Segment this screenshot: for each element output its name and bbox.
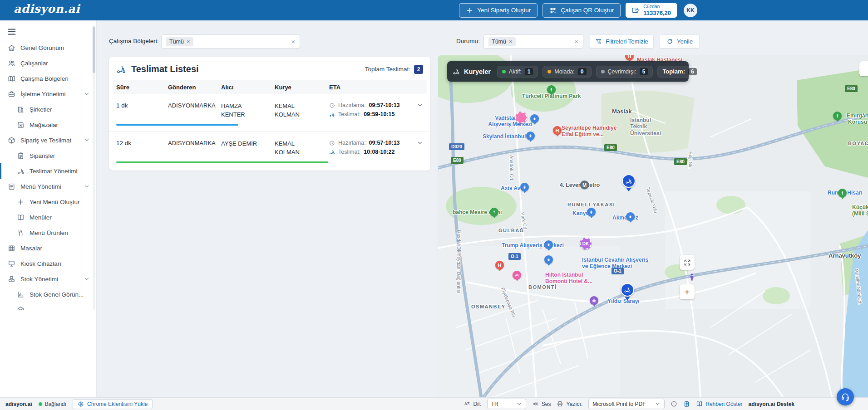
mall-pin-icon[interactable] xyxy=(520,183,529,191)
sidebar-item-menu-urunleri[interactable]: Menü Ürünleri xyxy=(0,225,96,240)
clock-icon xyxy=(329,102,335,108)
mall-pin-icon[interactable] xyxy=(530,114,539,123)
app-logo[interactable]: adisyon.ai xyxy=(14,2,80,15)
support-fab-button[interactable] xyxy=(837,388,854,405)
sidebar-item-partial[interactable] xyxy=(0,302,96,310)
delivery-row[interactable]: 12 dk ADISYONMARKA AYŞE DEMİR KEMAL KOLM… xyxy=(109,131,430,169)
park-pin-icon[interactable] xyxy=(490,208,498,216)
shopping-bag-icon xyxy=(589,210,594,215)
courier-location-pin[interactable] xyxy=(621,283,634,297)
sidebar-item-yeni-menu-olustur[interactable]: Yeni Menü Oluştur xyxy=(0,194,96,210)
filter-icon xyxy=(595,38,602,45)
show-guide-button[interactable]: Rehberi Göster xyxy=(696,400,742,407)
hospital-pin-icon[interactable]: H xyxy=(553,126,562,135)
hotel-pin-icon[interactable] xyxy=(513,271,521,279)
plus-icon xyxy=(17,198,25,206)
sound-toggle[interactable]: Ses xyxy=(532,400,551,407)
street-view-pegman-icon[interactable] xyxy=(687,272,696,282)
park-pin-icon[interactable] xyxy=(838,189,847,197)
sidebar-item-siparis-ve-teslimat[interactable]: Sipariş ve Teslimat xyxy=(0,132,96,148)
sidebar-item-stok-yonetimi[interactable]: Stok Yönetimi xyxy=(0,271,96,287)
map-label-poi: Skyland İstanbul xyxy=(483,133,526,140)
courier-stat-active[interactable]: Aktif: 1 xyxy=(497,66,538,78)
map-expand-button[interactable] xyxy=(680,255,695,270)
sidebar-item-stok-genel-gorunum[interactable]: Stok Genel Görün... xyxy=(0,287,96,302)
sidebar-item-calisanlar[interactable]: Çalışanlar xyxy=(0,55,96,71)
connection-status: Bağlandı xyxy=(39,401,66,407)
map-type-control[interactable] xyxy=(859,61,868,76)
printer-select[interactable]: Microsoft Print to PDF xyxy=(588,399,665,409)
user-avatar[interactable]: KK xyxy=(684,4,697,17)
courier-offline-marker[interactable] xyxy=(515,112,527,123)
map-canvas[interactable] xyxy=(438,55,868,397)
sidebar-item-siparisler[interactable]: Siparişler xyxy=(0,148,96,163)
courier-stat-offline[interactable]: Çevrimdışı: 5 xyxy=(596,66,653,78)
scooter-icon xyxy=(624,286,631,293)
chart-icon xyxy=(17,291,25,298)
sidebar-item-teslimat-yonetimi[interactable]: Teslimat Yönetimi xyxy=(0,163,96,179)
delivery-sender: ADISYONMARKA xyxy=(168,140,221,146)
delivery-row[interactable]: 1 dk ADISYONMARKA HAMZA KENTER KEMAL KOL… xyxy=(109,94,430,131)
chip-close-icon[interactable]: × xyxy=(509,39,513,44)
delivery-label: Teslimat: xyxy=(338,111,360,117)
sidebar-item-menu-yonetimi[interactable]: Menü Yönetimi xyxy=(0,179,96,194)
sidebar-item-kiosk-cihazlari[interactable]: Kiosk Cihazları xyxy=(0,256,96,271)
map-label-park: Emirgân Korusu xyxy=(843,112,868,126)
chevron-down-icon xyxy=(516,401,522,407)
sidebar-item-calisma-bolgeleri[interactable]: Çalışma Bölgeleri xyxy=(0,71,96,86)
clear-filters-button[interactable]: Filtreleri Temizle xyxy=(590,34,654,49)
hospital-pin-icon[interactable]: H xyxy=(495,261,504,269)
courier-location-pin[interactable] xyxy=(622,174,636,188)
road-shield-e80: E80 xyxy=(451,157,464,164)
expand-arrows-icon xyxy=(684,259,691,266)
work-zones-select[interactable]: Tümü × × xyxy=(161,34,300,49)
employee-qr-label: Çalışan QR Oluştur xyxy=(561,7,614,14)
refresh-button[interactable]: Yenile xyxy=(660,34,700,49)
metro-pin-icon[interactable]: M xyxy=(580,181,589,189)
info-icon[interactable] xyxy=(671,400,677,407)
courier-stat-break[interactable]: Molada: 0 xyxy=(542,66,591,78)
sidebar-item-isletme-yonetimi[interactable]: İşletme Yönetimi xyxy=(0,86,96,102)
select-clear-icon[interactable]: × xyxy=(291,38,295,45)
printer-value: Microsoft Print to PDF xyxy=(592,401,646,407)
sidebar-item-sirketler[interactable]: Şirketler xyxy=(0,102,96,117)
sidebar: Genel Görünüm Çalışanlar Çalışma Bölgele… xyxy=(0,20,97,397)
wallet-amount: 113376,20 xyxy=(643,10,671,17)
plus-icon: + xyxy=(684,287,690,297)
chip-close-icon[interactable]: × xyxy=(187,39,190,44)
book-icon xyxy=(17,214,25,221)
sidebar-item-magazalar[interactable]: Mağazalar xyxy=(0,117,96,132)
courier-avatar-marker[interactable]: DK xyxy=(580,238,592,249)
map-label-hospital: Seyrantepe Hamidiye Etfal Eğitim ve... xyxy=(562,125,624,138)
wallet-icon xyxy=(631,6,639,14)
mall-pin-icon[interactable] xyxy=(526,132,535,140)
select-clear-icon[interactable]: × xyxy=(574,38,578,45)
map-label-district: GÜLBAĞ xyxy=(498,228,524,234)
mall-pin-icon[interactable] xyxy=(544,240,553,249)
sidebar-item-genel-gorunum[interactable]: Genel Görünüm xyxy=(0,40,96,55)
map-label-district: BOMONTİ xyxy=(528,284,557,290)
clipboard-icon[interactable] xyxy=(683,400,690,407)
work-zones-chip-label: Tümü xyxy=(169,39,184,45)
mall-pin-icon[interactable] xyxy=(544,255,553,264)
employee-qr-button[interactable]: Çalışan QR Oluştur xyxy=(542,3,621,18)
chevron-down-icon[interactable] xyxy=(417,102,423,108)
mall-pin-icon[interactable] xyxy=(587,208,596,216)
sidebar-scrollbar-thumb[interactable] xyxy=(93,27,95,73)
printer-icon xyxy=(557,400,563,407)
chevron-down-icon[interactable] xyxy=(417,140,423,146)
sidebar-item-menuler[interactable]: Menüler xyxy=(0,210,96,225)
park-pin-icon[interactable] xyxy=(547,85,556,94)
language-select[interactable]: TR xyxy=(487,399,526,409)
new-order-button[interactable]: Yeni Sipariş Oluştur xyxy=(459,3,538,18)
park-pin-icon[interactable] xyxy=(833,112,842,120)
zoom-in-button[interactable]: + xyxy=(680,284,695,299)
mall-pin-icon[interactable] xyxy=(626,212,635,221)
status-select[interactable]: Tümü × × xyxy=(483,34,583,49)
sidebar-toggle-button[interactable] xyxy=(7,27,17,37)
wallet-button[interactable]: Cüzdan 113376,20 xyxy=(626,3,677,18)
landmark-pin-icon[interactable] xyxy=(590,296,598,305)
chrome-extension-button[interactable]: Chrome Eklentisini Yükle xyxy=(73,399,153,409)
sidebar-item-masalar[interactable]: Masalar xyxy=(0,240,96,256)
delivery-courier: KEMAL KOLMAN xyxy=(275,102,316,119)
